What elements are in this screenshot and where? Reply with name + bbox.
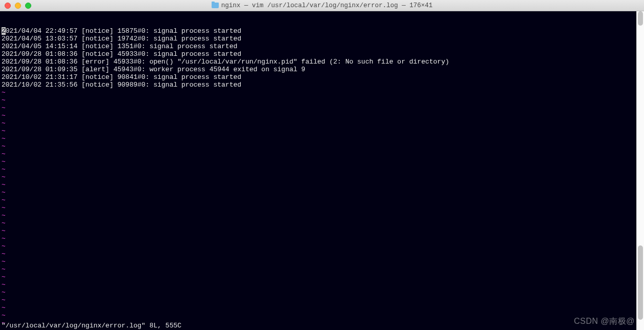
vim-cursor: 2: [2, 27, 6, 35]
titlebar[interactable]: nginx — vim /usr/local/var/log/nginx/err…: [0, 0, 644, 11]
vim-empty-line: ~: [2, 89, 642, 96]
window-title: nginx — vim /usr/local/var/log/nginx/err…: [0, 2, 644, 9]
minimize-icon[interactable]: [15, 3, 21, 9]
vim-empty-line: ~: [2, 166, 642, 173]
vim-empty-line: ~: [2, 150, 642, 158]
vim-empty-line: ~: [2, 173, 642, 181]
traffic-lights: [0, 3, 31, 9]
vim-empty-line: ~: [2, 196, 642, 204]
vim-empty-line: ~: [2, 96, 642, 104]
vim-empty-line: ~: [2, 273, 642, 281]
terminal-window: nginx — vim /usr/local/var/log/nginx/err…: [0, 0, 644, 330]
vim-empty-line: ~: [2, 204, 642, 212]
vim-empty-line: ~: [2, 112, 642, 119]
vim-empty-line: ~: [2, 135, 642, 142]
vim-empty-line: ~: [2, 304, 642, 312]
scrollbar[interactable]: [636, 11, 644, 330]
vim-empty-line: ~: [2, 142, 642, 150]
close-icon[interactable]: [5, 3, 11, 9]
vim-empty-line: ~: [2, 281, 642, 288]
folder-icon: [212, 3, 219, 8]
log-line: 2021/09/28 01:08:36 [notice] 45933#0: si…: [2, 50, 642, 58]
log-line: 2021/09/28 01:08:36 [error] 45933#0: ope…: [2, 58, 642, 66]
log-line: 2021/04/05 14:15:14 [notice] 1351#0: sig…: [2, 43, 642, 50]
vim-empty-line: ~: [2, 235, 642, 242]
vim-empty-line: ~: [2, 265, 642, 273]
window-title-text: nginx — vim /usr/local/var/log/nginx/err…: [221, 2, 433, 9]
vim-empty-line: ~: [2, 288, 642, 296]
vim-empty-line: ~: [2, 127, 642, 135]
vim-status-line: "/usr/local/var/log/nginx/error.log" 8L,…: [2, 322, 642, 329]
log-line: 2021/10/02 21:31:17 [notice] 90841#0: si…: [2, 73, 642, 81]
vim-empty-line: ~: [2, 119, 642, 127]
vim-empty-line: ~: [2, 189, 642, 196]
vim-empty-line: ~: [2, 312, 642, 319]
vim-empty-line: ~: [2, 104, 642, 112]
log-line: 2021/09/28 01:09:35 [alert] 45943#0: wor…: [2, 66, 642, 73]
vim-empty-line: ~: [2, 219, 642, 227]
maximize-icon[interactable]: [25, 3, 31, 9]
vim-empty-line: ~: [2, 181, 642, 189]
scroll-thumb[interactable]: [638, 245, 643, 320]
terminal-content[interactable]: 2021/04/04 22:49:57 [notice] 15875#0: si…: [0, 11, 644, 330]
log-line: 2021/04/04 22:49:57 [notice] 15875#0: si…: [2, 27, 642, 35]
log-line: 2021/04/05 13:03:57 [notice] 19742#0: si…: [2, 35, 642, 43]
log-line: 2021/10/02 21:35:56 [notice] 90989#0: si…: [2, 81, 642, 89]
vim-empty-line: ~: [2, 258, 642, 265]
vim-empty-line: ~: [2, 242, 642, 250]
scroll-thumb[interactable]: [638, 11, 643, 26]
vim-empty-line: ~: [2, 250, 642, 258]
vim-empty-line: ~: [2, 227, 642, 235]
vim-empty-line: ~: [2, 296, 642, 304]
vim-empty-line: ~: [2, 212, 642, 219]
vim-empty-line: ~: [2, 158, 642, 166]
